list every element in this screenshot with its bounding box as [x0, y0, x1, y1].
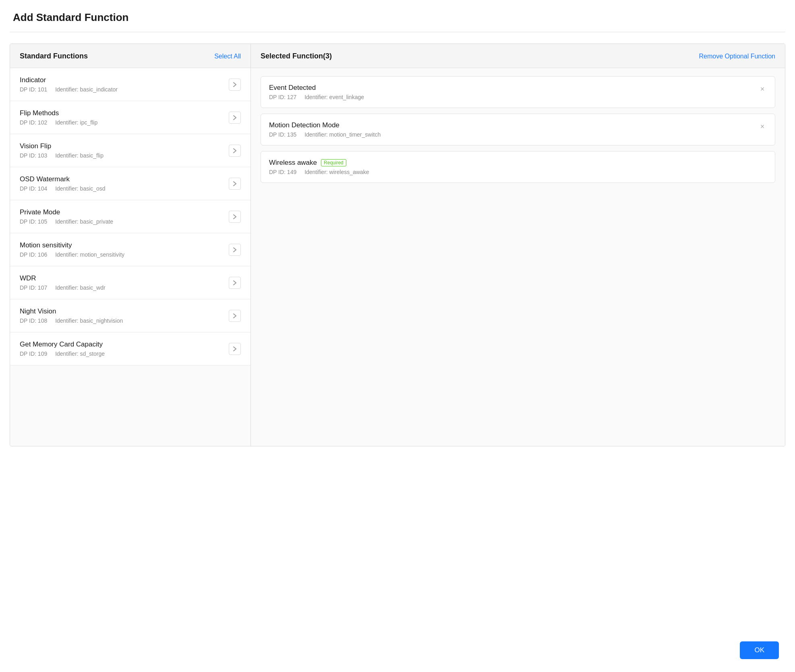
- selected-item-name: Event Detected: [269, 84, 371, 92]
- function-identifier: Identifier: basic_wdr: [55, 284, 106, 291]
- function-item-info: Flip Methods DP ID: 102 Identifier: ipc_…: [20, 109, 104, 126]
- chevron-right-icon: [232, 181, 238, 187]
- selected-item-meta: DP ID: 135 Identifier: motion_timer_swit…: [269, 131, 387, 138]
- remove-optional-button[interactable]: Remove Optional Function: [699, 53, 775, 60]
- function-item-meta: DP ID: 102 Identifier: ipc_flip: [20, 119, 104, 126]
- function-chevron-button[interactable]: [229, 343, 241, 355]
- selected-dp-id: DP ID: 127: [269, 94, 296, 100]
- function-item-name: Vision Flip: [20, 142, 110, 150]
- function-dp-id: DP ID: 103: [20, 152, 47, 159]
- function-identifier: Identifier: basic_flip: [55, 152, 104, 159]
- selected-identifier: Identifier: motion_timer_switch: [304, 131, 381, 138]
- right-panel-title: Selected Function(3): [261, 52, 332, 60]
- selected-item-info: Wireless awakeRequired DP ID: 149 Identi…: [269, 159, 375, 175]
- chevron-right-icon: [232, 280, 238, 286]
- ok-button[interactable]: OK: [740, 641, 779, 659]
- function-dp-id: DP ID: 107: [20, 284, 47, 291]
- function-dp-id: DP ID: 106: [20, 251, 47, 258]
- function-list-item[interactable]: Flip Methods DP ID: 102 Identifier: ipc_…: [10, 101, 251, 134]
- function-list-item[interactable]: Vision Flip DP ID: 103 Identifier: basic…: [10, 134, 251, 167]
- function-identifier: Identifier: basic_osd: [55, 185, 106, 192]
- function-list-item[interactable]: Indicator DP ID: 101 Identifier: basic_i…: [10, 68, 251, 101]
- chevron-right-icon: [232, 82, 238, 87]
- chevron-right-icon: [232, 115, 238, 120]
- function-dp-id: DP ID: 105: [20, 218, 47, 225]
- left-panel-title: Standard Functions: [20, 52, 88, 60]
- function-list-item[interactable]: Get Memory Card Capacity DP ID: 109 Iden…: [10, 332, 251, 365]
- right-panel: Selected Function(3) Remove Optional Fun…: [251, 44, 785, 446]
- function-item-meta: DP ID: 108 Identifier: basic_nightvision: [20, 317, 129, 324]
- function-dp-id: DP ID: 108: [20, 317, 47, 324]
- selected-item-name: Wireless awakeRequired: [269, 159, 375, 167]
- function-chevron-button[interactable]: [229, 310, 241, 322]
- functions-list: Indicator DP ID: 101 Identifier: basic_i…: [10, 68, 251, 446]
- function-list-item[interactable]: Motion sensitivity DP ID: 106 Identifier…: [10, 233, 251, 266]
- function-chevron-button[interactable]: [229, 79, 241, 91]
- function-chevron-button[interactable]: [229, 112, 241, 124]
- function-list-item[interactable]: Night Vision DP ID: 108 Identifier: basi…: [10, 299, 251, 332]
- function-item-info: Motion sensitivity DP ID: 106 Identifier…: [20, 241, 131, 258]
- function-item-name: WDR: [20, 274, 112, 282]
- function-dp-id: DP ID: 101: [20, 86, 47, 93]
- function-item-info: Indicator DP ID: 101 Identifier: basic_i…: [20, 76, 124, 93]
- function-chevron-button[interactable]: [229, 145, 241, 157]
- selected-item-meta: DP ID: 127 Identifier: event_linkage: [269, 94, 371, 100]
- function-item-name: Indicator: [20, 76, 124, 84]
- function-item-meta: DP ID: 107 Identifier: basic_wdr: [20, 284, 112, 291]
- function-identifier: Identifier: motion_sensitivity: [55, 251, 124, 258]
- selected-item-name: Motion Detection Mode: [269, 121, 387, 129]
- selected-dp-id: DP ID: 149: [269, 169, 296, 175]
- header-divider: [10, 32, 785, 32]
- function-item-name: OSD Watermark: [20, 175, 112, 183]
- function-item-name: Private Mode: [20, 208, 120, 216]
- function-item-info: Vision Flip DP ID: 103 Identifier: basic…: [20, 142, 110, 159]
- chevron-right-icon: [232, 346, 238, 352]
- selected-item-meta: DP ID: 149 Identifier: wireless_awake: [269, 169, 375, 175]
- selected-item: Motion Detection Mode DP ID: 135 Identif…: [261, 114, 775, 145]
- left-panel: Standard Functions Select All Indicator …: [10, 44, 251, 446]
- function-chevron-button[interactable]: [229, 178, 241, 190]
- function-list-item[interactable]: Private Mode DP ID: 105 Identifier: basi…: [10, 200, 251, 233]
- function-item-name: Get Memory Card Capacity: [20, 340, 111, 348]
- selected-identifier: Identifier: wireless_awake: [304, 169, 369, 175]
- function-identifier: Identifier: ipc_flip: [55, 119, 97, 126]
- function-item-info: Get Memory Card Capacity DP ID: 109 Iden…: [20, 340, 111, 357]
- chevron-right-icon: [232, 247, 238, 253]
- chevron-right-icon: [232, 313, 238, 319]
- select-all-button[interactable]: Select All: [214, 53, 241, 60]
- function-list-item[interactable]: WDR DP ID: 107 Identifier: basic_wdr: [10, 266, 251, 299]
- selected-item-info: Motion Detection Mode DP ID: 135 Identif…: [269, 121, 387, 138]
- footer: OK: [740, 641, 779, 659]
- function-item-meta: DP ID: 104 Identifier: basic_osd: [20, 185, 112, 192]
- function-item-name: Flip Methods: [20, 109, 104, 117]
- function-identifier: Identifier: basic_private: [55, 218, 113, 225]
- page-title: Add Standard Function: [13, 11, 782, 24]
- selected-item: Wireless awakeRequired DP ID: 149 Identi…: [261, 151, 775, 183]
- selected-item-info: Event Detected DP ID: 127 Identifier: ev…: [269, 84, 371, 100]
- remove-selected-button[interactable]: ×: [758, 85, 767, 93]
- chevron-right-icon: [232, 148, 238, 153]
- function-chevron-button[interactable]: [229, 277, 241, 289]
- remove-selected-button[interactable]: ×: [758, 122, 767, 131]
- function-item-meta: DP ID: 101 Identifier: basic_indicator: [20, 86, 124, 93]
- required-badge: Required: [321, 159, 346, 166]
- right-panel-header: Selected Function(3) Remove Optional Fun…: [251, 44, 785, 68]
- function-dp-id: DP ID: 102: [20, 119, 47, 126]
- chevron-right-icon: [232, 214, 238, 220]
- page-header: Add Standard Function: [0, 0, 795, 32]
- main-container: Standard Functions Select All Indicator …: [10, 44, 785, 446]
- function-item-meta: DP ID: 105 Identifier: basic_private: [20, 218, 120, 225]
- function-chevron-button[interactable]: [229, 211, 241, 223]
- left-panel-header: Standard Functions Select All: [10, 44, 251, 68]
- function-dp-id: DP ID: 109: [20, 351, 47, 357]
- function-item-meta: DP ID: 103 Identifier: basic_flip: [20, 152, 110, 159]
- selected-identifier: Identifier: event_linkage: [304, 94, 364, 100]
- selected-item: Event Detected DP ID: 127 Identifier: ev…: [261, 76, 775, 108]
- function-item-info: OSD Watermark DP ID: 104 Identifier: bas…: [20, 175, 112, 192]
- function-item-info: Private Mode DP ID: 105 Identifier: basi…: [20, 208, 120, 225]
- function-chevron-button[interactable]: [229, 244, 241, 256]
- function-item-info: WDR DP ID: 107 Identifier: basic_wdr: [20, 274, 112, 291]
- function-item-meta: DP ID: 106 Identifier: motion_sensitivit…: [20, 251, 131, 258]
- function-list-item[interactable]: OSD Watermark DP ID: 104 Identifier: bas…: [10, 167, 251, 200]
- function-item-name: Motion sensitivity: [20, 241, 131, 249]
